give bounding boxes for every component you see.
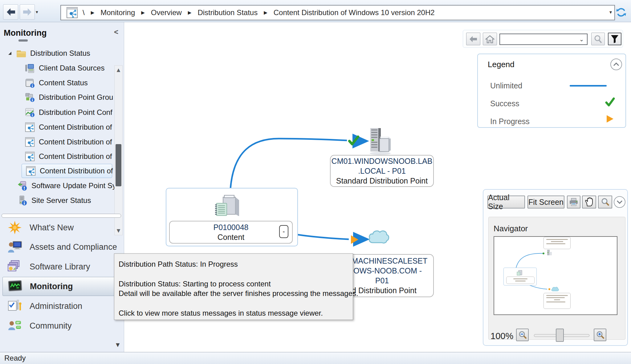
software-update-point-icon [17,180,28,191]
tree-item-content-status[interactable]: Content Status [25,76,88,90]
software-library-icon [7,259,22,274]
dp-name-line: .LOCAL - P01 [358,166,406,176]
scroll-up-icon[interactable]: ▲ [115,67,122,73]
legend-item-in-progress: In Progress [490,117,530,126]
package-icon [213,193,242,219]
breadcrumb-item-monitoring[interactable]: Monitoring [100,8,135,17]
tree-item-client-data-sources[interactable]: Client Data Sources [25,61,104,75]
breadcrumb-root[interactable]: \ [83,8,85,17]
zoom-in-button[interactable] [594,329,606,341]
content-node-label[interactable]: P0100048 Content [169,221,293,244]
nav-label: Software Library [30,262,90,272]
graph-search-combobox[interactable]: ⌄ [499,34,588,45]
site-server-icon [17,195,28,206]
content-distribution-icon [25,151,35,162]
sidebar-title: Monitoring [4,28,47,38]
tree-item-label: Distribution Status [30,49,90,58]
content-node-type: Content [218,232,245,242]
address-dropdown-caret[interactable]: ▾ [609,9,612,15]
zoom-slider-thumb[interactable] [556,329,564,342]
combo-caret-icon: ⌄ [579,36,584,42]
tree-item-content-distribution-2[interactable]: Content Distribution of [25,135,112,149]
breadcrumb-separator-icon: ▶ [139,10,147,15]
zoom-mode-button[interactable] [598,196,612,208]
breadcrumb-item-overview[interactable]: Overview [151,8,182,17]
tree-item-software-update-point[interactable]: Software Update Point Sy [17,179,116,193]
graph-home-button[interactable] [483,33,497,45]
breadcrumb-address-bar[interactable]: \ ▶ Monitoring ▶ Overview ▶ Distribution… [60,5,615,20]
graph-toolbar: ⌄ [463,30,623,48]
nav-assets-and-compliance[interactable]: Assets and Compliance [0,237,124,257]
back-arrow-icon [6,8,16,16]
mini-cloud-label [543,293,571,309]
navigator-title: Navigator [494,224,528,233]
actual-size-button[interactable]: Actual Size [487,196,525,208]
navigator-minimap[interactable] [494,236,617,315]
zoom-out-button[interactable] [516,329,529,341]
nav-scroll-down-icon[interactable]: ▼ [116,342,120,348]
expanded-triangle-icon[interactable] [7,51,12,56]
status-text: Ready [4,354,26,362]
home-icon [485,35,495,43]
whats-new-icon [7,220,22,235]
tree-item-label: Distribution Point Conf [39,108,112,117]
tooltip-click-hint: Click to view more status messages in st… [119,308,348,318]
print-button[interactable] [567,196,580,208]
pan-button[interactable] [582,196,596,208]
nav-whats-new[interactable]: What's New [0,218,124,237]
title-breadcrumb-bar: ▾ \ ▶ Monitoring ▶ Overview ▶ Distributi… [0,0,631,22]
legend-collapse-button[interactable] [610,59,622,70]
tree-item-content-distribution-1[interactable]: Content Distribution of [25,120,112,134]
graph-back-button[interactable] [466,33,480,45]
tree-item-label: Distribution Point Grou [39,93,113,102]
fit-screen-button[interactable]: Fit Screen [527,196,564,208]
nav-software-library[interactable]: Software Library [0,257,124,276]
tree-item-site-server-status[interactable]: Site Server Status [17,193,91,208]
navigator-collapse-button[interactable] [614,196,625,208]
tree-item-content-distribution-3[interactable]: Content Distribution of [25,149,112,164]
legend-item-unlimited: Unlimited [490,81,522,90]
back-arrow-icon [469,35,478,43]
legend-title: Legend [488,60,515,69]
nav-community[interactable]: Community [0,316,124,335]
sidebar-collapse-chevron-icon[interactable]: < [114,28,118,36]
status-tooltip: Distribution Path Status: In Progress Di… [114,253,353,320]
tree-item-distribution-point-group[interactable]: Distribution Point Grou [25,90,113,104]
graph-search-button[interactable] [591,33,605,45]
breadcrumb-item-distribution-status[interactable]: Distribution Status [197,8,258,17]
scrollbar-thumb[interactable] [116,144,121,186]
tree-vertical-scrollbar[interactable]: ▲ ▼ [114,65,123,235]
chevron-up-icon [613,63,619,66]
refresh-icon [616,7,627,18]
administration-icon [7,299,22,313]
success-check-icon [605,97,615,107]
nav-monitoring[interactable]: Monitoring [2,277,116,296]
cloud-name-line: P01 [375,276,389,285]
assets-compliance-icon [7,240,22,254]
filter-icon [611,35,619,43]
nav-label: Assets and Compliance [30,242,117,252]
standard-dp-label[interactable]: CM01.WINDOWSNOOB.LAB .LOCAL - P01 Standa… [330,155,434,187]
nav-administration[interactable]: Administration [0,297,124,316]
history-dropdown-caret[interactable]: ▾ [36,9,38,15]
tree-horizontal-scrollbar[interactable] [2,214,121,218]
back-button[interactable] [3,4,18,20]
refresh-button[interactable] [616,7,627,18]
breadcrumb-item-current[interactable]: Content Distribution of Windows 10 versi… [274,8,435,17]
dp-name-line: CM01.WINDOWSNOOB.LAB [332,156,433,166]
content-node-name: P0100048 [213,222,248,232]
search-icon [594,35,602,43]
in-progress-arrow-icon [350,235,359,245]
tree-item-distribution-status[interactable]: Distribution Status [7,46,90,60]
node-collapse-button[interactable]: - [279,225,288,238]
graph-filter-button[interactable] [608,33,621,45]
distribution-point-group-icon [25,92,35,103]
dp-type-line: Standard Distribution Point [336,176,428,186]
tree-item-content-distribution-selected[interactable]: Content Distribution of [22,164,112,178]
tree-item-label: Content Distribution of [40,167,113,175]
server-icon [366,127,393,156]
forward-button[interactable] [20,4,35,20]
breadcrumb-separator-icon: ▶ [89,10,96,15]
unlimited-line-symbol [570,85,607,87]
tree-item-distribution-point-config[interactable]: Distribution Point Conf [25,105,112,119]
